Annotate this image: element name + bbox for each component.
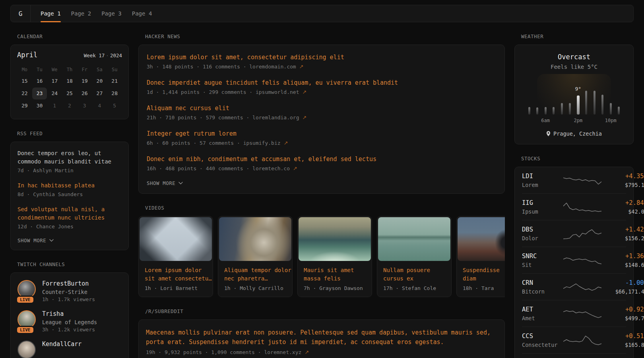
video-title[interactable]: Lorem ipsum dolor sit amet consectetu… bbox=[139, 262, 213, 283]
tab-page-1[interactable]: Page 1 bbox=[41, 5, 61, 22]
stock-name: Amet bbox=[522, 315, 563, 321]
weather-section-label: WEATHER bbox=[521, 33, 634, 39]
stock-row[interactable]: LDILorem +4.35%$795.18 bbox=[522, 167, 626, 193]
stock-change: +1.36% bbox=[601, 253, 644, 260]
hn-item-title[interactable]: Donec imperdiet augue tincidunt felis al… bbox=[147, 78, 497, 87]
chevron-down-icon bbox=[178, 182, 183, 185]
twitch-card: LIVE ForrestBurton Counter-Strike 1h · 1… bbox=[10, 272, 129, 358]
sparkline-chart bbox=[563, 227, 601, 241]
weather-bar bbox=[585, 91, 587, 115]
external-link-icon[interactable]: ↗ bbox=[302, 115, 306, 121]
stock-price: $148.64 bbox=[601, 262, 644, 268]
hn-item-title[interactable]: Donec enim nibh, condimentum et accumsan… bbox=[147, 155, 497, 163]
stock-row[interactable]: AHS +0.46% bbox=[522, 353, 626, 358]
calendar-card: April Week 17·2024 Mo Tu We Th Fr Sa Su … bbox=[10, 45, 129, 119]
app-logo[interactable]: G bbox=[11, 5, 31, 22]
calendar-day: 22 bbox=[17, 88, 32, 99]
stock-change: +4.35% bbox=[601, 173, 644, 180]
stock-row[interactable]: SNRCSit +1.36%$148.64 bbox=[522, 247, 626, 273]
weather-card: Overcast Feels like 5°C 9° 6am 2pm 10pm … bbox=[514, 45, 634, 144]
calendar-day-muted: 1 bbox=[47, 100, 62, 112]
stock-price: $66,171.48 bbox=[601, 288, 644, 295]
hn-item-title[interactable]: Integer eget rutrum lorem bbox=[147, 129, 497, 138]
twitch-channel-row[interactable]: LIVE ForrestBurton Counter-Strike 1h · 1… bbox=[17, 280, 122, 302]
stock-name: Ipsum bbox=[522, 208, 563, 215]
weather-bar-slot bbox=[550, 80, 558, 115]
stock-name: Consectetur bbox=[522, 342, 563, 348]
rss-item-meta: 8d · Cynthia Saunders bbox=[17, 191, 122, 197]
weather-bar-slot bbox=[541, 80, 550, 115]
video-thumbnail[interactable] bbox=[140, 217, 212, 261]
hn-item-title[interactable]: Aliquam nec cursus elit bbox=[147, 104, 497, 113]
stock-ticker: CCS bbox=[522, 333, 563, 340]
channel-game: Counter-Strike bbox=[42, 289, 95, 295]
stock-row[interactable]: AETAmet +0.92%$499.72 bbox=[522, 300, 626, 327]
tab-page-2[interactable]: Page 2 bbox=[71, 5, 91, 22]
weather-feels-like: Feels like 5°C bbox=[524, 64, 625, 70]
stock-name: Bitcorn bbox=[522, 288, 563, 295]
rss-show-more-button[interactable]: SHOW MORE bbox=[17, 237, 122, 243]
weather-bar-slot bbox=[533, 80, 542, 115]
stock-row[interactable]: CCSConsectetur +0.51%$165.84 bbox=[522, 327, 626, 353]
video-thumbnail[interactable] bbox=[378, 217, 450, 261]
rss-item-title[interactable]: Sed volutpat nulla nisl, a condimentum n… bbox=[17, 205, 122, 222]
tab-page-3[interactable]: Page 3 bbox=[101, 5, 122, 22]
calendar-day-muted: 5 bbox=[107, 100, 122, 112]
stock-ticker: SNRC bbox=[522, 253, 563, 260]
hn-item-meta: 21h · 710 points · 579 comments · loreml… bbox=[147, 115, 497, 121]
calendar-day: 20 bbox=[92, 75, 107, 87]
show-more-label: SHOW MORE bbox=[147, 180, 175, 186]
subreddit-post-title[interactable]: Maecenas mollis pulvinar erat non posuer… bbox=[146, 328, 497, 347]
videos-widget: VIDEOS Lorem ipsum dolor sit amet consec… bbox=[138, 205, 505, 297]
rss-item-meta: 7d · Ashlyn Martin bbox=[17, 167, 122, 173]
weekday-label: Mo bbox=[17, 64, 32, 75]
subreddit-card: Maecenas mollis pulvinar erat non posuer… bbox=[138, 319, 505, 358]
weather-condition: Overcast bbox=[524, 53, 625, 61]
hacker-news-section-label: HACKER NEWS bbox=[145, 33, 505, 39]
hn-show-more-button[interactable]: SHOW MORE bbox=[147, 180, 497, 186]
hn-item: Lorem ipsum dolor sit amet, consectetur … bbox=[147, 53, 497, 70]
hacker-news-card: Lorem ipsum dolor sit amet, consectetur … bbox=[138, 45, 505, 194]
subreddit-widget: /R/SUBREDDIT Maecenas mollis pulvinar er… bbox=[138, 308, 505, 358]
sparkline-chart bbox=[563, 280, 601, 294]
external-link-icon[interactable]: ↗ bbox=[299, 64, 304, 70]
external-link-icon[interactable]: ↗ bbox=[302, 89, 306, 95]
stock-row[interactable]: IIGIpsum +2.84%$42.04 bbox=[522, 193, 626, 220]
video-title[interactable]: Aliquam tempor dolor nec pharetra… bbox=[218, 262, 292, 283]
twitch-channel-row[interactable]: LIVE Trisha League of Legends 3h · 1.2k … bbox=[17, 310, 122, 333]
video-thumbnail[interactable] bbox=[219, 217, 291, 261]
stock-change: +0.51% bbox=[601, 333, 644, 340]
calendar-day: 29 bbox=[17, 100, 32, 112]
calendar-separator: · bbox=[105, 53, 110, 58]
video-thumbnail[interactable] bbox=[458, 217, 505, 261]
tab-page-4[interactable]: Page 4 bbox=[132, 5, 152, 22]
external-link-icon[interactable]: ↗ bbox=[293, 165, 297, 171]
twitch-channel-row[interactable]: KendallCarr bbox=[17, 340, 122, 358]
stock-row[interactable]: DBSDolor +1.42%$156.28 bbox=[522, 220, 626, 247]
stocks-section-label: STOCKS bbox=[521, 156, 634, 161]
weather-hourly-chart: 9° bbox=[525, 80, 623, 115]
calendar-day: 19 bbox=[77, 75, 92, 87]
stock-ticker: CRN bbox=[522, 279, 563, 286]
video-title[interactable]: Mauris sit amet massa felis bbox=[298, 262, 372, 283]
hn-item: Integer eget rutrum lorem 6h · 60 points… bbox=[147, 129, 497, 146]
twitch-section-label: TWITCH CHANNELS bbox=[17, 261, 129, 267]
calendar-week: Week 17 bbox=[84, 53, 105, 58]
chevron-down-icon bbox=[49, 239, 54, 242]
weather-bar-slot bbox=[574, 80, 582, 115]
external-link-icon[interactable]: ↗ bbox=[305, 349, 309, 355]
external-link-icon[interactable]: ↗ bbox=[283, 140, 288, 146]
rss-item: In hac habitasse platea 8d · Cynthia Sau… bbox=[17, 181, 122, 197]
stock-row[interactable]: CRNBitcorn -1.00%$66,171.48 bbox=[522, 273, 626, 300]
rss-item-title[interactable]: Donec tempor eros leo, ut commodo mauris… bbox=[17, 149, 122, 166]
stock-ticker: LDI bbox=[522, 173, 563, 180]
hn-item-title[interactable]: Lorem ipsum dolor sit amet, consectetur … bbox=[147, 53, 497, 62]
stock-change: +2.84% bbox=[601, 199, 644, 206]
twitch-widget: TWITCH CHANNELS LIVE ForrestBurton Count… bbox=[10, 261, 129, 358]
video-title[interactable]: Suspendisse diam bbox=[457, 262, 505, 283]
video-title[interactable]: Nullam posuere cursus ex bbox=[377, 262, 451, 283]
weather-bar-slot bbox=[615, 80, 623, 115]
video-thumbnail[interactable] bbox=[299, 217, 371, 261]
rss-item-title[interactable]: In hac habitasse platea bbox=[17, 181, 122, 190]
videos-row: Lorem ipsum dolor sit amet consectetu… 1… bbox=[138, 216, 505, 297]
